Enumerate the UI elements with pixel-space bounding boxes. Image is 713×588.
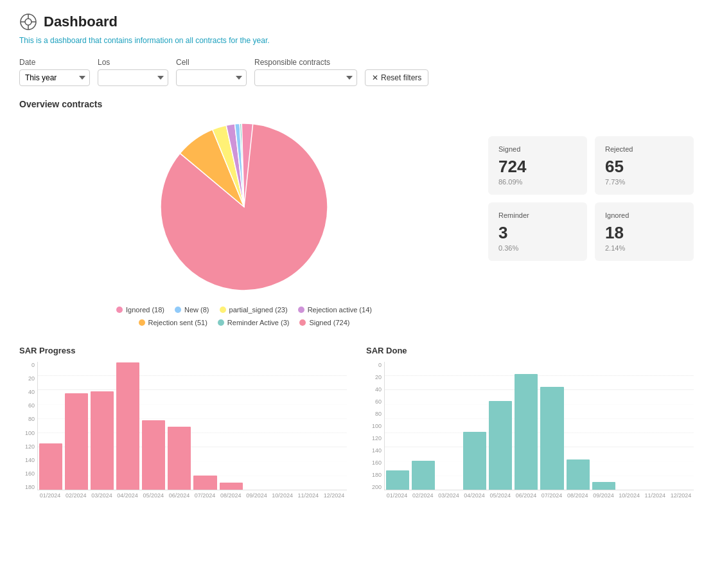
responsible-filter-select[interactable] bbox=[254, 69, 357, 86]
bar-column bbox=[591, 482, 617, 490]
bar-column bbox=[38, 443, 64, 490]
y-label: 200 bbox=[366, 484, 382, 490]
y-label: 100 bbox=[366, 423, 382, 429]
legend-label: Rejection sent (51) bbox=[148, 319, 207, 326]
stat-card: Reminder 3 0.36% bbox=[488, 202, 587, 261]
subtitle: This is a dashboard that contains inform… bbox=[19, 36, 694, 45]
bar-column bbox=[565, 459, 591, 490]
stat-pct: 0.36% bbox=[498, 244, 577, 252]
legend-item: Signed (724) bbox=[299, 319, 349, 326]
stat-pct: 2.14% bbox=[605, 244, 683, 252]
x-label: 10/2024 bbox=[270, 490, 295, 499]
sar-done-bars bbox=[384, 362, 694, 490]
bar-column bbox=[89, 391, 115, 490]
cell-filter-select[interactable] bbox=[176, 69, 247, 86]
stat-label: Signed bbox=[498, 145, 577, 153]
stat-value: 3 bbox=[498, 223, 577, 243]
x-label: 01/2024 bbox=[384, 490, 410, 499]
y-label: 0 bbox=[366, 362, 382, 368]
legend-dot bbox=[175, 307, 181, 313]
sar-progress-y-labels: 180160140120100806040200 bbox=[19, 362, 37, 490]
bar bbox=[65, 393, 88, 490]
legend-dot bbox=[116, 307, 123, 313]
header: Dashboard bbox=[19, 13, 694, 31]
dashboard-icon bbox=[19, 13, 37, 31]
y-label: 40 bbox=[19, 389, 35, 395]
legend-label: Signed (724) bbox=[309, 319, 349, 326]
bar-column bbox=[385, 470, 410, 490]
y-label: 140 bbox=[19, 457, 35, 463]
x-label: 12/2024 bbox=[321, 490, 347, 499]
legend-label: partial_signed (23) bbox=[229, 306, 288, 314]
bar bbox=[567, 459, 590, 490]
x-label: 07/2024 bbox=[539, 490, 565, 499]
los-filter-select[interactable] bbox=[98, 69, 168, 86]
legend-item: Reminder Active (3) bbox=[218, 319, 290, 326]
bar-column bbox=[166, 427, 192, 490]
y-label: 20 bbox=[366, 374, 382, 380]
bar bbox=[193, 476, 216, 490]
cell-filter-group: Cell bbox=[176, 58, 247, 86]
x-label: 04/2024 bbox=[115, 490, 141, 499]
pie-chart bbox=[154, 117, 334, 297]
bar-column bbox=[218, 483, 244, 490]
legend-dot bbox=[220, 307, 226, 313]
y-label: 180 bbox=[19, 484, 35, 490]
bar-column bbox=[64, 393, 89, 490]
x-label: 05/2024 bbox=[141, 490, 166, 499]
legend: Ignored (18)New (8)partial_signed (23)Re… bbox=[77, 306, 411, 326]
stat-value: 65 bbox=[605, 157, 683, 177]
stat-label: Reminder bbox=[498, 211, 577, 219]
x-label: 09/2024 bbox=[590, 490, 616, 499]
legend-item: partial_signed (23) bbox=[220, 306, 288, 314]
x-label: 01/2024 bbox=[37, 490, 63, 499]
legend-dot bbox=[218, 319, 224, 326]
page-container: Dashboard This is a dashboard that conta… bbox=[0, 0, 713, 512]
y-label: 160 bbox=[19, 470, 35, 477]
stat-card: Ignored 18 2.14% bbox=[595, 202, 694, 261]
stat-label: Ignored bbox=[605, 211, 683, 219]
bar bbox=[412, 461, 435, 490]
reset-filters-label: Reset filters bbox=[381, 73, 421, 82]
y-label: 100 bbox=[19, 430, 35, 436]
stat-pct: 7.73% bbox=[605, 178, 683, 186]
bar-column bbox=[115, 362, 141, 490]
y-label: 120 bbox=[19, 443, 35, 450]
pie-area: Ignored (18)New (8)partial_signed (23)Re… bbox=[19, 117, 469, 326]
bar-column bbox=[539, 387, 565, 490]
legend-dot bbox=[139, 319, 145, 326]
date-filter-group: Date This year bbox=[19, 58, 90, 86]
x-label: 12/2024 bbox=[668, 490, 694, 499]
sar-done-chart: SAR Done 200180160140120100806040200 01/… bbox=[366, 346, 694, 499]
x-label: 11/2024 bbox=[642, 490, 668, 499]
cell-filter-label: Cell bbox=[176, 58, 247, 67]
y-label: 140 bbox=[366, 447, 382, 454]
legend-label: New (8) bbox=[184, 306, 209, 314]
bar-column bbox=[488, 401, 513, 490]
sar-done-title: SAR Done bbox=[366, 346, 694, 355]
x-label: 02/2024 bbox=[410, 490, 436, 499]
bar-column bbox=[192, 476, 218, 490]
stat-card: Rejected 65 7.73% bbox=[595, 136, 694, 195]
bar-column bbox=[513, 374, 539, 490]
bar bbox=[386, 470, 409, 490]
legend-item: Ignored (18) bbox=[116, 306, 164, 314]
bar bbox=[168, 427, 191, 490]
y-label: 80 bbox=[19, 416, 35, 422]
x-label: 05/2024 bbox=[488, 490, 513, 499]
bar bbox=[540, 387, 563, 490]
y-label: 120 bbox=[366, 435, 382, 441]
page-title: Dashboard bbox=[44, 13, 118, 30]
bar bbox=[489, 401, 512, 490]
bar-column bbox=[410, 461, 436, 490]
stat-label: Rejected bbox=[605, 145, 683, 153]
los-filter-label: Los bbox=[98, 58, 168, 67]
x-label: 07/2024 bbox=[192, 490, 218, 499]
x-label: 09/2024 bbox=[243, 490, 269, 499]
legend-dot bbox=[298, 307, 304, 313]
y-label: 80 bbox=[366, 411, 382, 417]
date-filter-select[interactable]: This year bbox=[19, 69, 90, 86]
stat-card: Signed 724 86.09% bbox=[488, 136, 587, 195]
reset-filters-button[interactable]: ✕ Reset filters bbox=[365, 69, 428, 86]
sar-progress-chart: SAR Progress 180160140120100806040200 01… bbox=[19, 346, 347, 499]
